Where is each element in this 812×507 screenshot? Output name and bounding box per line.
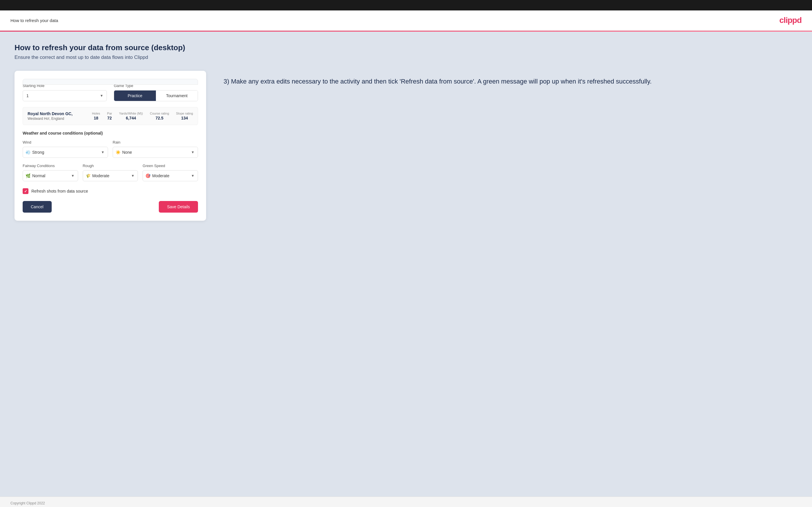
wind-rain-row: Wind 💨 Strong Light None ▼ Rain ☀️ [22, 140, 198, 158]
course-row: Royal North Devon GC, Westward Ho!, Engl… [22, 107, 198, 125]
top-bar [0, 0, 812, 10]
cancel-button[interactable]: Cancel [22, 201, 52, 213]
wind-select[interactable]: Strong Light None [22, 147, 108, 158]
refresh-label: Refresh shots from data source [31, 189, 88, 193]
course-rating-value: 72.5 [150, 116, 169, 120]
description-panel: 3) Make any extra edits necessary to the… [223, 71, 798, 86]
par-value: 72 [107, 116, 112, 120]
fairway-label: Fairway Conditions [22, 164, 78, 168]
game-type-buttons: Practice Tournament [114, 90, 198, 101]
course-info: Royal North Devon GC, Westward Ho!, Engl… [28, 111, 85, 121]
course-rating-label: Course rating [150, 112, 169, 115]
slope-rating-label: Slope rating [176, 112, 193, 115]
rough-label: Rough [83, 164, 138, 168]
form-actions: Cancel Save Details [22, 201, 198, 213]
rain-group: Rain ☀️ None Light Heavy ▼ [113, 140, 198, 158]
green-speed-select[interactable]: Moderate Slow Fast [143, 170, 198, 181]
header-title: How to refresh your data [10, 18, 58, 23]
logo: clippd [779, 16, 802, 25]
top-partial-hint [22, 79, 198, 85]
fairway-select-wrapper: 🌿 Normal Soft Hard ▼ [22, 170, 78, 181]
rough-select[interactable]: Moderate Light Heavy [83, 170, 138, 181]
main-content: How to refresh your data from source (de… [0, 32, 812, 497]
top-form-row: Starting Hole 1 10 ▼ Game Type Practice … [22, 83, 198, 101]
stat-yards: Yards/White (M)) 6,744 [119, 112, 143, 120]
refresh-checkbox[interactable]: ✓ [22, 188, 29, 194]
starting-hole-group: Starting Hole 1 10 ▼ [22, 83, 107, 101]
stat-par: Par 72 [107, 112, 112, 120]
fairway-select[interactable]: Normal Soft Hard [22, 170, 78, 181]
save-details-button[interactable]: Save Details [159, 201, 198, 213]
holes-value: 18 [92, 116, 100, 120]
practice-button[interactable]: Practice [114, 91, 156, 101]
header: How to refresh your data clippd [0, 10, 812, 31]
rough-group: Rough 🌾 Moderate Light Heavy ▼ [83, 164, 138, 181]
page-heading: How to refresh your data from source (de… [14, 43, 798, 52]
content-layout: Starting Hole 1 10 ▼ Game Type Practice … [14, 71, 798, 221]
footer: Copyright Clippd 2022 [0, 497, 812, 507]
description-text: 3) Make any extra edits necessary to the… [223, 76, 798, 86]
rough-select-wrapper: 🌾 Moderate Light Heavy ▼ [83, 170, 138, 181]
checkmark-icon: ✓ [24, 189, 27, 193]
rain-select-wrapper: ☀️ None Light Heavy ▼ [113, 147, 198, 158]
holes-label: Holes [92, 112, 100, 115]
fairway-group: Fairway Conditions 🌿 Normal Soft Hard ▼ [22, 164, 78, 181]
page-subheading: Ensure the correct and most up to date d… [14, 55, 798, 60]
conditions-row-3: Fairway Conditions 🌿 Normal Soft Hard ▼ … [22, 164, 198, 181]
course-name: Royal North Devon GC, [28, 111, 85, 116]
starting-hole-select-wrapper: 1 10 ▼ [22, 90, 107, 101]
tournament-button[interactable]: Tournament [156, 91, 198, 101]
green-speed-group: Green Speed 🎯 Moderate Slow Fast ▼ [143, 164, 198, 181]
rain-label: Rain [113, 140, 198, 145]
yards-value: 6,744 [119, 116, 143, 120]
green-speed-select-wrapper: 🎯 Moderate Slow Fast ▼ [143, 170, 198, 181]
wind-label: Wind [22, 140, 108, 145]
green-speed-label: Green Speed [143, 164, 198, 168]
slope-rating-value: 134 [176, 116, 193, 120]
conditions-title: Weather and course conditions (optional) [22, 131, 198, 135]
course-location: Westward Ho!, England [28, 117, 85, 121]
refresh-checkbox-row: ✓ Refresh shots from data source [22, 188, 198, 194]
footer-copyright: Copyright Clippd 2022 [10, 501, 45, 505]
yards-label: Yards/White (M)) [119, 112, 143, 115]
rain-select[interactable]: None Light Heavy [113, 147, 198, 158]
stat-holes: Holes 18 [92, 112, 100, 120]
stat-slope-rating: Slope rating 134 [176, 112, 193, 120]
wind-select-wrapper: 💨 Strong Light None ▼ [22, 147, 108, 158]
stat-course-rating: Course rating 72.5 [150, 112, 169, 120]
wind-group: Wind 💨 Strong Light None ▼ [22, 140, 108, 158]
form-card: Starting Hole 1 10 ▼ Game Type Practice … [14, 71, 206, 221]
par-label: Par [107, 112, 112, 115]
course-stats: Holes 18 Par 72 Yards/White (M)) 6,744 C… [92, 112, 193, 120]
starting-hole-select[interactable]: 1 10 [22, 90, 107, 101]
game-type-group: Game Type Practice Tournament [114, 83, 198, 101]
